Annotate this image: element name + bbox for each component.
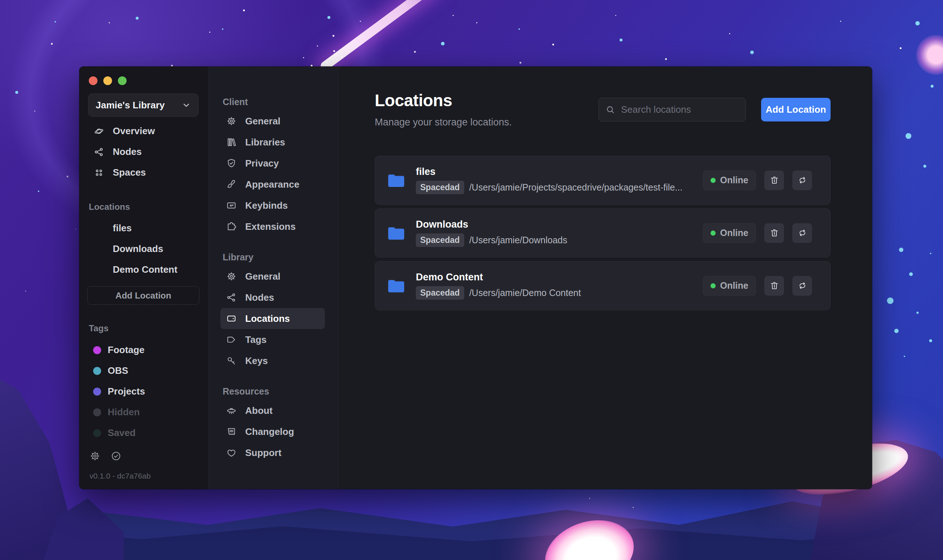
settings-item-label: Libraries (245, 137, 285, 148)
sidebar-item-nodes[interactable]: Nodes (87, 142, 199, 162)
window-controls (89, 76, 199, 85)
tag-item-footage[interactable]: Footage (87, 340, 199, 360)
tag-icon (226, 335, 236, 345)
tags-section-header: Tags (87, 323, 199, 334)
repeat-icon (798, 175, 807, 185)
key-icon (226, 355, 236, 366)
delete-location-button[interactable] (764, 276, 784, 295)
settings-item-label: Appearance (245, 179, 299, 190)
trash-icon (769, 281, 779, 291)
settings-item-label: Support (245, 447, 282, 458)
rescan-location-button[interactable] (792, 276, 812, 295)
page-title: Locations (375, 90, 512, 111)
settings-item-label: Changelog (245, 426, 294, 437)
repeat-icon (798, 228, 807, 238)
location-label: Downloads (113, 243, 163, 255)
location-row-downloads[interactable]: Downloads Spacedad /Users/jamie/Download… (375, 208, 831, 257)
stars-cyan-layer (0, 0, 3, 3)
tag-label: Saved (108, 427, 136, 438)
sidebar-item-label: Nodes (113, 146, 142, 157)
rescan-location-button[interactable] (792, 171, 812, 190)
edge-glow (916, 35, 943, 75)
location-path: /Users/jamie/Downloads (469, 235, 567, 245)
tag-item-obs[interactable]: OBS (87, 360, 199, 381)
sidebar-footer (87, 451, 199, 463)
close-button[interactable] (89, 76, 97, 85)
books-icon (226, 137, 236, 147)
location-meta: Spacedad /Users/jamie/Projects/spacedriv… (416, 181, 683, 194)
settings-item-library-nodes[interactable]: Nodes (220, 287, 325, 308)
sidebar-item-overview[interactable]: Overview (87, 121, 199, 142)
repeat-icon (798, 281, 807, 291)
zoom-button[interactable] (118, 76, 126, 85)
settings-item-keys[interactable]: Keys (220, 350, 325, 371)
tag-color-dot (93, 346, 101, 354)
location-info: Downloads Spacedad /Users/jamie/Download… (416, 219, 567, 247)
settings-item-tags[interactable]: Tags (220, 329, 325, 350)
status-check-button[interactable] (111, 451, 122, 463)
location-row-demo-content[interactable]: Demo Content Spacedad /Users/jamie/Demo … (375, 261, 831, 310)
folder-icon (387, 226, 405, 240)
page-header: Locations Manage your storage locations.… (375, 90, 831, 128)
location-info: Demo Content Spacedad /Users/jamie/Demo … (416, 272, 581, 300)
sidebar-item-label: Overview (113, 125, 155, 137)
resources-items: About Changelog Support (220, 400, 325, 463)
locations-list: files Spacedad /Users/jamie/Projects/spa… (375, 155, 831, 310)
tag-item-hidden[interactable]: Hidden (87, 402, 199, 423)
planet-icon (94, 126, 104, 136)
tag-item-projects[interactable]: Projects (87, 381, 199, 402)
settings-item-locations-active[interactable]: Locations (220, 308, 325, 329)
status-badge: Online (703, 223, 756, 243)
library-selector[interactable]: Jamie's Library (88, 94, 199, 117)
settings-item-label: About (245, 405, 273, 416)
main-content: Locations Manage your storage locations.… (338, 66, 872, 489)
locations-section-header: Locations (87, 202, 199, 212)
settings-item-library-general[interactable]: General (220, 266, 325, 287)
settings-item-appearance[interactable]: Appearance (220, 174, 325, 195)
folder-icon (387, 173, 405, 188)
location-name: Downloads (416, 219, 567, 230)
library-selector-label: Jamie's Library (96, 100, 165, 111)
status-label: Online (720, 280, 748, 291)
dots-grid-icon (94, 168, 104, 178)
settings-nav: Client General Libraries Privacy Appeara… (207, 66, 338, 489)
gear-icon (226, 271, 236, 282)
delete-location-button[interactable] (764, 223, 784, 243)
location-label: files (113, 223, 132, 234)
rescan-location-button[interactable] (792, 223, 812, 243)
gear-icon (89, 451, 100, 462)
status-label: Online (720, 175, 748, 185)
heart-icon (226, 448, 236, 458)
location-path: /Users/jamie/Projects/spacedrive/package… (469, 182, 683, 193)
location-actions: Online (703, 171, 812, 190)
tag-item-saved[interactable]: Saved (87, 423, 199, 443)
settings-item-keybinds[interactable]: Keybinds (220, 195, 325, 216)
sidebar-location-files[interactable]: files (87, 218, 199, 238)
settings-gear-button[interactable] (89, 451, 100, 463)
trash-icon (769, 175, 779, 185)
search-input[interactable] (621, 104, 743, 115)
status-badge: Online (703, 171, 756, 190)
settings-item-libraries[interactable]: Libraries (220, 132, 325, 153)
app-version: v0.1.0 - dc7a76ab (87, 472, 199, 480)
location-row-files[interactable]: files Spacedad /Users/jamie/Projects/spa… (375, 155, 831, 205)
sidebar-location-demo-content[interactable]: Demo Content (87, 259, 199, 280)
sidebar-nav: Overview Nodes Spaces (87, 121, 199, 183)
location-info: files Spacedad /Users/jamie/Projects/spa… (416, 166, 683, 194)
settings-item-label: Keybinds (245, 200, 288, 211)
status-badge: Online (703, 276, 756, 295)
minimize-button[interactable] (103, 76, 112, 85)
sidebar-location-downloads[interactable]: Downloads (87, 238, 199, 259)
delete-location-button[interactable] (764, 171, 784, 190)
sidebar-item-spaces[interactable]: Spaces (87, 162, 199, 183)
settings-item-privacy[interactable]: Privacy (220, 153, 325, 174)
sidebar-add-location-button[interactable]: Add Location (87, 286, 199, 305)
settings-item-support[interactable]: Support (220, 442, 325, 463)
settings-item-about[interactable]: About (220, 400, 325, 421)
location-actions: Online (703, 223, 812, 243)
add-location-button[interactable]: Add Location (761, 98, 831, 122)
settings-item-client-general[interactable]: General (220, 111, 325, 132)
settings-item-extensions[interactable]: Extensions (220, 216, 325, 237)
settings-item-changelog[interactable]: Changelog (220, 421, 325, 442)
status-label: Online (720, 228, 748, 238)
